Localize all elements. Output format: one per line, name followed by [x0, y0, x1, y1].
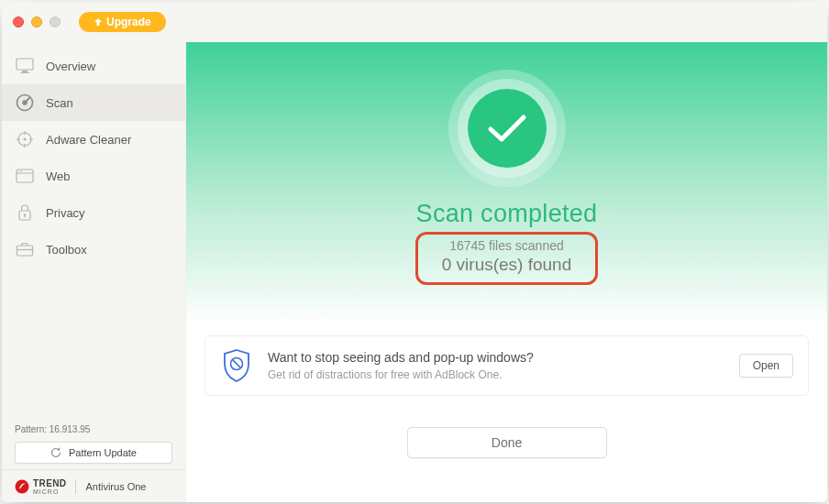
svg-line-22 — [233, 360, 241, 368]
result-highlight-box: 16745 files scanned 0 virus(es) found — [415, 232, 599, 285]
svg-rect-2 — [20, 72, 29, 73]
main-panel: Scan completed 16745 files scanned 0 vir… — [186, 42, 827, 502]
done-row: Done — [186, 427, 827, 458]
brand-logo: TREND MICRO — [15, 478, 66, 495]
upgrade-button[interactable]: Upgrade — [79, 12, 166, 32]
product-name: Antivirus One — [85, 481, 146, 492]
checkmark-icon — [485, 112, 529, 145]
svg-point-13 — [18, 170, 19, 171]
toolbox-icon — [15, 239, 35, 259]
svg-rect-0 — [17, 59, 33, 70]
svg-point-14 — [21, 170, 22, 171]
promo-open-button[interactable]: Open — [739, 354, 793, 378]
sidebar-item-label: Privacy — [46, 206, 85, 220]
viruses-found-label: 0 virus(es) found — [442, 255, 572, 275]
promo-subtitle: Get rid of distractions for free with Ad… — [268, 368, 724, 381]
sidebar-item-adware-cleaner[interactable]: Adware Cleaner — [2, 121, 185, 158]
brand-bar: TREND MICRO Antivirus One — [2, 469, 185, 502]
pattern-version-label: Pattern: 16.913.95 — [15, 424, 172, 434]
monitor-icon — [15, 56, 35, 76]
sidebar-item-label: Adware Cleaner — [46, 133, 131, 147]
brand-divider — [75, 479, 76, 494]
browser-icon — [15, 166, 35, 186]
promo-title: Want to stop seeing ads and pop-up windo… — [268, 350, 724, 365]
svg-rect-17 — [24, 215, 25, 218]
files-scanned-label: 16745 files scanned — [442, 238, 572, 253]
sidebar-item-label: Overview — [46, 60, 95, 73]
close-window-button[interactable] — [13, 16, 24, 27]
shield-icon — [220, 349, 253, 382]
adblock-promo-card: Want to stop seeing ads and pop-up windo… — [204, 335, 809, 396]
upgrade-arrow-icon — [94, 17, 103, 27]
sidebar-item-label: Scan — [46, 96, 73, 110]
crosshair-icon — [15, 129, 35, 149]
sidebar-item-scan[interactable]: Scan — [2, 84, 185, 121]
upgrade-label: Upgrade — [106, 16, 151, 28]
done-button[interactable]: Done — [407, 427, 607, 458]
scan-completed-title: Scan completed — [416, 200, 598, 228]
maximize-window-button[interactable] — [50, 16, 61, 27]
lock-icon — [15, 203, 35, 223]
svg-rect-1 — [22, 71, 28, 72]
sidebar-footer: Pattern: 16.913.95 Pattern Update — [2, 424, 185, 469]
svg-rect-18 — [17, 246, 33, 256]
app-window: Upgrade Overview Scan — [2, 2, 827, 502]
pattern-update-button[interactable]: Pattern Update — [15, 442, 172, 464]
window-body: Overview Scan Adware Cleaner — [2, 42, 827, 502]
sidebar-item-toolbox[interactable]: Toolbox — [2, 231, 185, 268]
refresh-icon — [50, 447, 61, 458]
minimize-window-button[interactable] — [31, 16, 42, 27]
scan-result-hero: Scan completed 16745 files scanned 0 vir… — [186, 42, 827, 324]
checkmark-badge — [448, 70, 566, 187]
promo-text: Want to stop seeing ads and pop-up windo… — [268, 350, 724, 381]
sidebar-item-privacy[interactable]: Privacy — [2, 194, 185, 231]
sidebar-item-web[interactable]: Web — [2, 158, 185, 194]
sidebar-item-label: Toolbox — [46, 243, 87, 257]
sidebar-item-label: Web — [46, 170, 71, 183]
titlebar: Upgrade — [2, 2, 827, 42]
pattern-update-label: Pattern Update — [69, 447, 137, 458]
window-controls — [13, 16, 61, 27]
svg-point-10 — [24, 138, 27, 141]
brand-name: TREND — [33, 478, 66, 488]
trend-micro-icon — [15, 479, 29, 494]
svg-point-20 — [16, 479, 29, 493]
sidebar-nav: Overview Scan Adware Cleaner — [2, 42, 185, 424]
brand-sub: MICRO — [33, 488, 66, 495]
gauge-icon — [15, 93, 35, 113]
sidebar: Overview Scan Adware Cleaner — [2, 42, 186, 502]
sidebar-item-overview[interactable]: Overview — [2, 48, 185, 84]
